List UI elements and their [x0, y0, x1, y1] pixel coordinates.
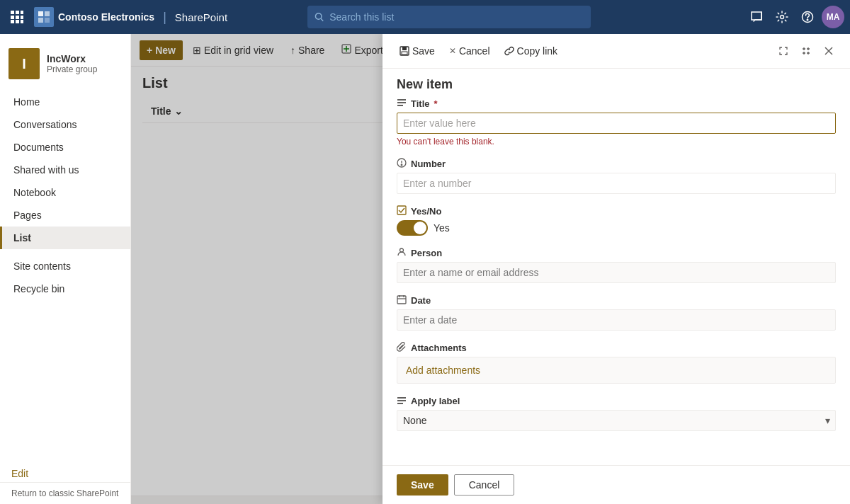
apply-label-field: Apply label None ▾	[397, 395, 836, 431]
brand-icon	[34, 7, 54, 27]
attachments-area: Add attachments	[397, 357, 836, 384]
svg-rect-26	[397, 105, 403, 106]
settings-icon[interactable]	[771, 6, 793, 28]
cancel-x-icon: ✕	[449, 46, 456, 56]
svg-point-17	[807, 19, 808, 21]
number-label-text: Number	[411, 159, 446, 169]
date-input[interactable]	[397, 309, 836, 331]
required-marker: *	[434, 98, 438, 109]
title-label-text: Title	[411, 98, 430, 109]
copy-link-icon	[504, 46, 514, 56]
svg-rect-2	[21, 11, 23, 14]
svg-point-31	[400, 248, 404, 252]
svg-rect-30	[397, 206, 406, 214]
apply-label-wrapper: None ▾	[397, 410, 836, 431]
svg-rect-20	[402, 47, 407, 50]
sidebar-item-notebook[interactable]: Notebook	[0, 181, 130, 204]
sidebar: I IncWorx Private group Home Conversatio…	[0, 34, 131, 504]
svg-rect-12	[45, 18, 50, 23]
svg-rect-32	[397, 296, 406, 304]
edit-link[interactable]: Edit	[11, 468, 28, 479]
panel-cancel-button[interactable]: ✕ Cancel	[443, 42, 496, 60]
panel-cancel-label: Cancel	[459, 45, 490, 57]
top-navigation: Contoso Electronics | SharePoint MA	[0, 0, 850, 34]
search-input[interactable]	[329, 11, 584, 23]
add-attachments-link[interactable]: Add attachments	[406, 365, 480, 376]
toggle-thumb	[414, 222, 426, 234]
footer-save-button[interactable]: Save	[397, 474, 448, 496]
svg-point-29	[401, 164, 402, 166]
svg-point-15	[781, 16, 784, 19]
number-field: Number	[397, 158, 836, 194]
yesno-toggle-row: Yes	[397, 220, 836, 236]
svg-line-14	[321, 18, 323, 21]
date-field-label: Date	[397, 294, 836, 307]
site-info: IncWorx Private group	[47, 53, 97, 74]
attachments-field-label: Attachments	[397, 342, 836, 354]
site-icon: I	[8, 48, 40, 79]
panel-overlay: Save ✕ Cancel Copy link	[131, 34, 850, 504]
title-error: You can't leave this blank.	[397, 137, 836, 147]
person-field: Person	[397, 247, 836, 283]
sidebar-item-shared[interactable]: Shared with us	[0, 159, 130, 181]
svg-rect-38	[397, 403, 403, 404]
svg-rect-25	[397, 102, 406, 103]
title-input[interactable]	[397, 113, 836, 134]
toggle-label: Yes	[434, 222, 450, 234]
new-item-panel: Save ✕ Cancel Copy link	[382, 34, 850, 504]
yesno-field-icon	[397, 205, 407, 217]
site-type: Private group	[47, 64, 97, 74]
sidebar-item-recycle-bin[interactable]: Recycle bin	[0, 277, 130, 300]
search-icon	[314, 12, 324, 22]
sidebar-item-documents[interactable]: Documents	[0, 136, 130, 159]
number-field-label: Number	[397, 158, 836, 170]
help-icon[interactable]	[796, 6, 819, 28]
panel-save-button[interactable]: Save	[394, 42, 441, 60]
svg-rect-11	[38, 18, 43, 23]
app-name: SharePoint	[175, 11, 227, 23]
apply-label-field-label: Apply label	[397, 395, 836, 407]
sidebar-item-conversations[interactable]: Conversations	[0, 113, 130, 136]
nav-divider: |	[163, 10, 166, 25]
svg-rect-9	[38, 11, 43, 16]
person-label-text: Person	[411, 248, 442, 258]
apply-label-text: Apply label	[411, 396, 460, 406]
panel-expand-icon[interactable]	[774, 41, 793, 61]
person-input[interactable]	[397, 262, 836, 283]
sidebar-item-list[interactable]: List	[0, 227, 130, 249]
waffle-menu[interactable]	[6, 6, 28, 28]
panel-footer: Save Cancel	[382, 465, 850, 504]
date-field: Date	[397, 294, 836, 331]
svg-rect-21	[402, 52, 407, 55]
panel-save-label: Save	[412, 45, 435, 57]
sidebar-item-pages[interactable]: Pages	[0, 204, 130, 227]
footer-cancel-button[interactable]: Cancel	[454, 474, 515, 496]
svg-rect-8	[21, 20, 23, 23]
panel-collapse-icon[interactable]	[796, 41, 816, 61]
svg-rect-6	[11, 20, 14, 23]
search-box[interactable]	[307, 6, 591, 28]
svg-rect-10	[45, 11, 50, 16]
panel-title: New item	[382, 69, 850, 98]
panel-close-icon[interactable]	[819, 41, 839, 61]
title-field-icon	[397, 98, 407, 110]
svg-rect-24	[397, 99, 406, 101]
brand-link[interactable]: Contoso Electronics	[34, 7, 154, 27]
user-avatar[interactable]: MA	[822, 6, 844, 28]
date-label-text: Date	[411, 295, 431, 306]
sidebar-item-home[interactable]: Home	[0, 91, 130, 113]
sidebar-item-site-contents[interactable]: Site contents	[0, 255, 130, 277]
apply-label-select[interactable]: None	[397, 410, 836, 431]
number-input[interactable]	[397, 173, 836, 194]
panel-copy-link-button[interactable]: Copy link	[499, 42, 564, 60]
main-content: + New ⊞ Edit in grid view ↑ Share Export…	[131, 34, 850, 504]
svg-rect-4	[16, 16, 19, 19]
return-classic-link[interactable]: Return to classic SharePoint	[0, 482, 130, 504]
yesno-toggle[interactable]	[397, 220, 428, 236]
yesno-label-text: Yes/No	[411, 206, 441, 217]
nav-items: Home Conversations Documents Shared with…	[0, 91, 130, 459]
person-field-label: Person	[397, 247, 836, 259]
svg-point-13	[315, 13, 321, 19]
svg-rect-0	[11, 11, 14, 14]
chat-icon[interactable]	[745, 6, 768, 28]
